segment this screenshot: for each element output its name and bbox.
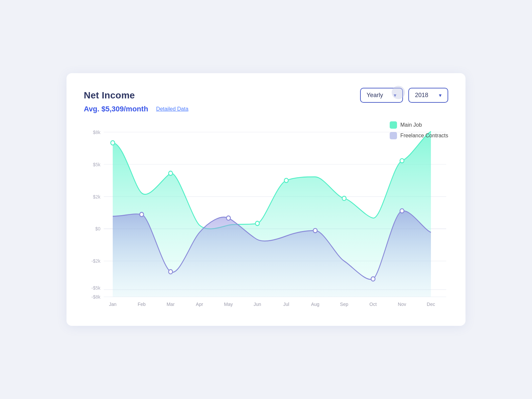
svg-text:Apr: Apr bbox=[196, 301, 203, 307]
avg-row: Avg. $5,309/month Detailed Data bbox=[84, 105, 448, 113]
svg-point-16 bbox=[255, 221, 259, 225]
year-dropdown[interactable]: 2018 ▾ bbox=[408, 88, 448, 103]
main-card: Net Income Yearly ▾ 2018 ▾ Avg. $5,309/m… bbox=[66, 73, 466, 326]
header-row: Net Income Yearly ▾ 2018 ▾ bbox=[84, 88, 448, 103]
svg-text:-$5k: -$5k bbox=[91, 285, 101, 291]
svg-point-24 bbox=[371, 277, 375, 281]
svg-text:Jun: Jun bbox=[254, 301, 261, 307]
svg-text:Jul: Jul bbox=[283, 301, 289, 307]
svg-text:Dec: Dec bbox=[427, 301, 435, 307]
svg-point-21 bbox=[169, 270, 173, 274]
svg-point-22 bbox=[226, 216, 230, 220]
avg-value: Avg. $5,309/month bbox=[84, 105, 148, 113]
svg-text:$5k: $5k bbox=[93, 162, 100, 167]
svg-point-18 bbox=[342, 196, 346, 200]
main-job-label: Main Job bbox=[400, 122, 422, 128]
svg-text:-$8k: -$8k bbox=[91, 294, 101, 300]
svg-point-19 bbox=[400, 159, 404, 163]
svg-text:$2k: $2k bbox=[93, 194, 100, 200]
svg-text:Feb: Feb bbox=[138, 301, 146, 307]
period-label: Yearly bbox=[367, 92, 383, 99]
svg-point-14 bbox=[111, 141, 115, 145]
svg-text:Oct: Oct bbox=[369, 301, 377, 307]
svg-text:Mar: Mar bbox=[167, 301, 175, 307]
freelance-swatch bbox=[390, 132, 397, 139]
svg-point-25 bbox=[400, 209, 404, 213]
svg-point-17 bbox=[284, 178, 288, 183]
svg-text:$8k: $8k bbox=[93, 129, 100, 135]
detailed-data-link[interactable]: Detailed Data bbox=[156, 106, 189, 112]
legend-freelance: Freelance Contracts bbox=[390, 132, 448, 139]
svg-text:-$2k: -$2k bbox=[91, 258, 101, 264]
page-title: Net Income bbox=[84, 90, 135, 101]
year-chevron-icon: ▾ bbox=[439, 92, 442, 98]
chart-area: Main Job Freelance Contracts bbox=[84, 121, 448, 308]
main-job-swatch bbox=[390, 121, 397, 129]
year-label: 2018 bbox=[415, 92, 428, 99]
period-dropdown[interactable]: Yearly ▾ bbox=[360, 88, 403, 103]
svg-point-15 bbox=[169, 171, 173, 176]
chart-legend: Main Job Freelance Contracts bbox=[390, 121, 448, 139]
income-chart: $8k $5k $2k $0 -$2k -$5k -$8k bbox=[84, 121, 448, 308]
freelance-label: Freelance Contracts bbox=[400, 133, 448, 139]
svg-text:Jan: Jan bbox=[109, 301, 117, 307]
svg-point-20 bbox=[140, 212, 144, 217]
svg-text:Nov: Nov bbox=[398, 301, 407, 307]
legend-main-job: Main Job bbox=[390, 121, 448, 129]
svg-text:May: May bbox=[224, 301, 233, 307]
svg-text:$0: $0 bbox=[95, 226, 100, 232]
svg-text:Aug: Aug bbox=[311, 301, 320, 307]
controls: Yearly ▾ 2018 ▾ bbox=[360, 88, 448, 103]
svg-point-23 bbox=[313, 228, 317, 233]
svg-text:Sep: Sep bbox=[340, 301, 348, 307]
period-chevron-icon: ▾ bbox=[394, 92, 396, 98]
